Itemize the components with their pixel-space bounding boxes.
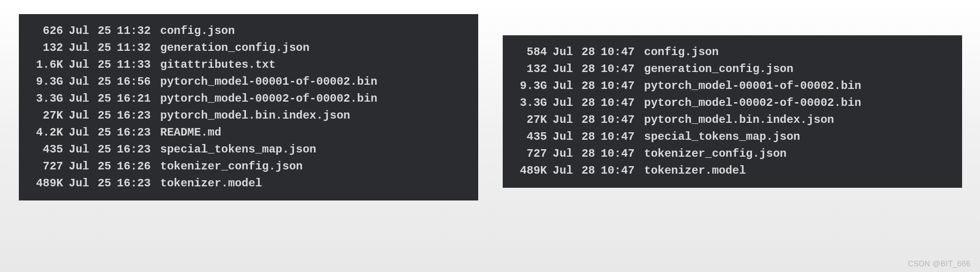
file-time: 10:47 bbox=[595, 112, 638, 128]
file-month: Jul bbox=[547, 78, 575, 95]
file-day: 25 bbox=[91, 56, 111, 73]
file-time: 10:47 bbox=[595, 95, 638, 112]
file-time: 11:33 bbox=[111, 56, 155, 73]
file-month: Jul bbox=[547, 128, 575, 145]
file-row: 27KJul2516:23pytorch_model.bin.index.jso… bbox=[30, 107, 467, 124]
file-name: tokenizer.model bbox=[155, 175, 262, 192]
file-size: 132 bbox=[514, 61, 547, 78]
file-day: 28 bbox=[575, 128, 595, 145]
file-name: pytorch_model-00002-of-00002.bin bbox=[638, 95, 861, 112]
file-size: 3.3G bbox=[30, 90, 63, 107]
file-row: 9.3GJul2810:47pytorch_model-00001-of-000… bbox=[514, 78, 951, 95]
file-month: Jul bbox=[63, 175, 91, 192]
file-time: 16:21 bbox=[111, 90, 155, 107]
file-day: 28 bbox=[575, 61, 595, 78]
file-month: Jul bbox=[547, 95, 575, 112]
file-month: Jul bbox=[63, 23, 91, 40]
terminal-output-left: 626Jul2511:32config.json132Jul2511:32gen… bbox=[19, 14, 478, 200]
file-day: 28 bbox=[575, 145, 595, 162]
file-size: 584 bbox=[514, 44, 547, 61]
file-name: special_tokens_map.json bbox=[638, 128, 800, 145]
file-size: 727 bbox=[514, 145, 547, 162]
file-row: 1.6KJul2511:33gitattributes.txt bbox=[30, 56, 467, 73]
watermark-text: CSDN @BIT_666 bbox=[908, 260, 971, 268]
file-name: gitattributes.txt bbox=[155, 56, 276, 73]
file-name: pytorch_model-00001-of-00002.bin bbox=[155, 73, 377, 90]
file-row: 727Jul2516:26tokenizer_config.json bbox=[30, 158, 467, 175]
file-name: generation_config.json bbox=[638, 61, 793, 78]
file-month: Jul bbox=[63, 40, 91, 56]
file-name: tokenizer.model bbox=[638, 162, 746, 179]
file-row: 4.2KJul2516:23README.md bbox=[30, 124, 467, 141]
file-name: pytorch_model-00001-of-00002.bin bbox=[638, 78, 861, 95]
file-day: 28 bbox=[575, 112, 595, 128]
file-month: Jul bbox=[547, 61, 575, 78]
file-time: 10:47 bbox=[595, 162, 638, 179]
file-month: Jul bbox=[547, 162, 575, 179]
file-row: 489KJul2516:23tokenizer.model bbox=[30, 175, 467, 192]
file-month: Jul bbox=[63, 124, 91, 141]
file-day: 25 bbox=[91, 90, 111, 107]
file-month: Jul bbox=[63, 90, 91, 107]
file-size: 3.3G bbox=[514, 95, 547, 112]
file-row: 435Jul2810:47special_tokens_map.json bbox=[514, 128, 951, 145]
file-size: 9.3G bbox=[30, 73, 63, 90]
file-day: 25 bbox=[91, 158, 111, 175]
file-row: 132Jul2810:47generation_config.json bbox=[514, 61, 951, 78]
file-time: 10:47 bbox=[595, 61, 638, 78]
file-time: 11:32 bbox=[111, 23, 155, 40]
file-size: 435 bbox=[30, 141, 63, 158]
file-name: generation_config.json bbox=[155, 40, 310, 56]
file-name: config.json bbox=[638, 44, 719, 61]
file-month: Jul bbox=[547, 112, 575, 128]
file-day: 28 bbox=[575, 162, 595, 179]
file-size: 435 bbox=[514, 128, 547, 145]
file-month: Jul bbox=[63, 158, 91, 175]
file-month: Jul bbox=[547, 145, 575, 162]
file-size: 727 bbox=[30, 158, 63, 175]
file-name: special_tokens_map.json bbox=[155, 141, 316, 158]
file-name: tokenizer_config.json bbox=[155, 158, 302, 175]
file-size: 4.2K bbox=[30, 124, 63, 141]
file-time: 10:47 bbox=[595, 78, 638, 95]
file-month: Jul bbox=[63, 73, 91, 90]
file-time: 16:23 bbox=[111, 124, 155, 141]
file-day: 28 bbox=[575, 44, 595, 61]
file-time: 10:47 bbox=[595, 145, 638, 162]
file-day: 28 bbox=[575, 95, 595, 112]
file-day: 25 bbox=[91, 73, 111, 90]
file-row: 727Jul2810:47tokenizer_config.json bbox=[514, 145, 951, 162]
file-time: 11:32 bbox=[111, 40, 155, 56]
file-time: 16:23 bbox=[111, 141, 155, 158]
file-time: 16:23 bbox=[111, 107, 155, 124]
file-row: 626Jul2511:32config.json bbox=[30, 23, 467, 40]
file-month: Jul bbox=[547, 44, 575, 61]
file-time: 16:23 bbox=[111, 175, 155, 192]
file-name: pytorch_model.bin.index.json bbox=[638, 112, 834, 128]
file-day: 28 bbox=[575, 78, 595, 95]
file-month: Jul bbox=[63, 107, 91, 124]
file-name: README.md bbox=[155, 124, 221, 141]
file-row: 584Jul2810:47config.json bbox=[514, 44, 951, 61]
file-name: pytorch_model-00002-of-00002.bin bbox=[155, 90, 377, 107]
file-name: config.json bbox=[155, 23, 235, 40]
file-name: tokenizer_config.json bbox=[638, 145, 786, 162]
file-row: 435Jul2516:23special_tokens_map.json bbox=[30, 141, 467, 158]
file-time: 16:26 bbox=[111, 158, 155, 175]
file-time: 10:47 bbox=[595, 128, 638, 145]
file-row: 27KJul2810:47pytorch_model.bin.index.jso… bbox=[514, 112, 951, 128]
file-day: 25 bbox=[91, 107, 111, 124]
file-name: pytorch_model.bin.index.json bbox=[155, 107, 350, 124]
file-size: 27K bbox=[30, 107, 63, 124]
file-row: 489KJul2810:47tokenizer.model bbox=[514, 162, 951, 179]
file-day: 25 bbox=[91, 124, 111, 141]
file-size: 27K bbox=[514, 112, 547, 128]
file-time: 16:56 bbox=[111, 73, 155, 90]
terminal-output-right: 584Jul2810:47config.json132Jul2810:47gen… bbox=[503, 35, 962, 188]
file-month: Jul bbox=[63, 141, 91, 158]
file-row: 9.3GJul2516:56pytorch_model-00001-of-000… bbox=[30, 73, 467, 90]
file-row: 3.3GJul2516:21pytorch_model-00002-of-000… bbox=[30, 90, 467, 107]
file-month: Jul bbox=[63, 56, 91, 73]
file-day: 25 bbox=[91, 175, 111, 192]
file-size: 1.6K bbox=[30, 56, 63, 73]
